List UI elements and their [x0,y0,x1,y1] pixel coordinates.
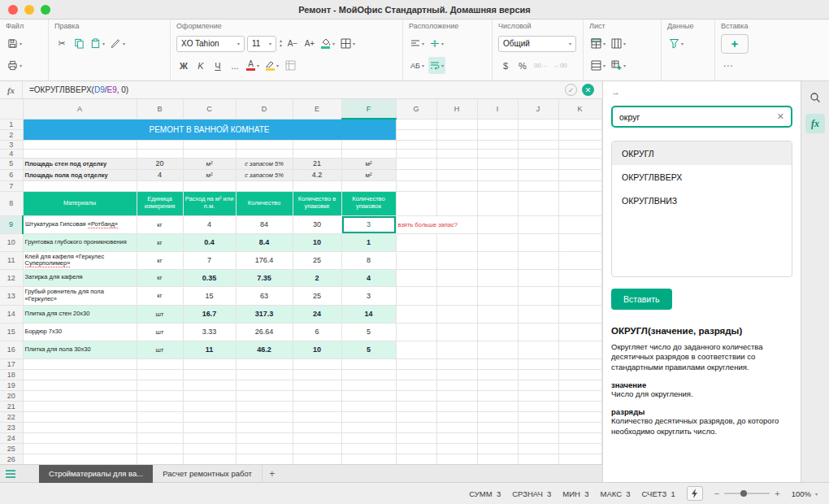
collapse-panel-button[interactable]: → [611,85,792,99]
cell-J21[interactable] [518,401,558,411]
cell-I12[interactable] [477,269,518,286]
cell-K20[interactable] [558,390,601,401]
cell-F16[interactable]: 5 [341,341,396,358]
cell-I23[interactable] [477,422,518,432]
zoom-window-button[interactable] [41,5,50,15]
row-header-7[interactable]: 7 [0,180,23,191]
cell-H23[interactable] [436,422,477,432]
cell-C11[interactable]: 7 [183,251,236,269]
cell-G18[interactable] [396,369,436,380]
cell-E6[interactable]: 4.2 [293,169,341,180]
cut-button[interactable]: ✂ [54,35,69,52]
cell-F7[interactable] [341,180,396,191]
cell-C14[interactable]: 16.7 [183,305,236,323]
cell-G6[interactable] [396,169,436,180]
cell-B21[interactable] [137,401,183,411]
cell-F25[interactable] [341,443,396,454]
row-header-17[interactable]: 17 [0,358,23,369]
freeze-panes-button[interactable]: ▾ [589,35,607,52]
increase-decimal-button[interactable]: ←00 [552,57,569,74]
cell-J7[interactable] [518,180,558,191]
currency-format-button[interactable]: $ [498,57,513,74]
row-header-3[interactable]: 3 [0,140,23,149]
cell-A25[interactable] [23,443,137,454]
column-header-B[interactable]: B [137,99,183,119]
cell-E12[interactable]: 2 [293,269,341,286]
copy-button[interactable] [72,35,86,52]
cell-A8[interactable]: Материалы [23,191,137,215]
cell-G5[interactable] [396,158,436,169]
column-header-D[interactable]: D [236,99,293,119]
row-header-14[interactable]: 14 [0,305,23,323]
cell-I18[interactable] [477,369,518,380]
search-panel-button[interactable] [805,88,825,107]
cell-I22[interactable] [477,411,518,422]
cell-G25[interactable] [396,443,436,454]
cell-I4[interactable] [477,149,518,158]
insert-function-button[interactable]: Вставить [611,289,672,310]
row-header-25[interactable]: 25 [0,443,23,454]
add-sheet-button[interactable]: + [263,468,282,480]
cell-J16[interactable] [518,341,558,358]
cell-comment-G9[interactable]: взять больше запас? [396,215,477,233]
cell-D4[interactable] [236,149,293,158]
zoom-level-select[interactable]: 100%▾ [792,489,818,498]
close-window-button[interactable] [8,5,18,15]
cell-F9[interactable]: 3 [341,215,396,233]
cell-J20[interactable] [518,390,558,401]
cell-K26[interactable] [558,454,601,464]
cell-E5[interactable]: 21 [293,158,341,169]
cell-K2[interactable] [558,129,601,140]
cell-G20[interactable] [396,390,436,401]
cell-H13[interactable] [436,286,477,305]
function-item-ОКРУГЛ[interactable]: ОКРУГЛ [612,141,792,165]
cell-C9[interactable]: 4 [183,215,236,233]
cell-F21[interactable] [341,401,396,411]
cell-B23[interactable] [137,422,183,432]
cell-I1[interactable] [477,119,518,129]
cell-C21[interactable] [183,401,236,411]
cell-C7[interactable] [183,180,236,191]
cell-I8[interactable] [477,191,518,215]
cell-A5[interactable]: Площадь стен под отделку [23,158,137,169]
cell-E17[interactable] [293,358,341,369]
cell-F10[interactable]: 1 [341,233,396,251]
cell-E7[interactable] [293,180,341,191]
cell-A6[interactable]: Площадь пола под отделку [23,169,137,180]
cell-J15[interactable] [518,323,558,341]
cell-H20[interactable] [436,390,477,401]
cell-A9[interactable]: Штукатурка Гипсовая «Ротбанд» [23,215,137,233]
cell-H21[interactable] [436,401,477,411]
cell-K4[interactable] [558,149,601,158]
cell-D18[interactable] [236,369,293,380]
cell-I13[interactable] [477,286,518,305]
column-header-I[interactable]: I [477,99,518,119]
cell-G15[interactable] [396,323,436,341]
clear-search-icon[interactable]: ✕ [772,111,784,122]
cell-D21[interactable] [236,401,293,411]
cell-K6[interactable] [558,169,601,180]
row-header-22[interactable]: 22 [0,411,23,422]
fill-color-button[interactable]: ▾ [319,35,336,52]
row-header-20[interactable]: 20 [0,390,23,401]
cell-F20[interactable] [341,390,396,401]
row-header-8[interactable]: 8 [0,191,23,215]
cell-K8[interactable] [558,191,601,215]
save-button[interactable]: ▾ [6,35,24,52]
cell-B4[interactable] [137,149,183,158]
cell-A3[interactable] [23,140,137,149]
cell-B14[interactable]: шт [137,305,183,323]
cell-I20[interactable] [477,390,518,401]
cell-H15[interactable] [436,323,477,341]
cell-A12[interactable]: Затирка для кафеля [23,269,137,286]
more-insert-button[interactable]: ⋯ [721,57,736,74]
row-header-9[interactable]: 9 [0,215,23,233]
italic-button[interactable]: K [193,57,208,74]
sheet-tab-0[interactable]: Стройматериалы для ва... [39,465,153,483]
cell-G21[interactable] [396,401,436,411]
cell-J14[interactable] [518,305,558,323]
cell-B7[interactable] [137,180,183,191]
cell-J17[interactable] [518,358,558,369]
cell-C16[interactable]: 11 [183,341,236,358]
function-panel-button[interactable]: fx [805,114,825,133]
